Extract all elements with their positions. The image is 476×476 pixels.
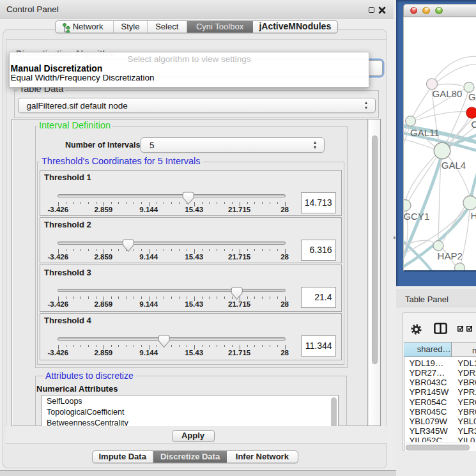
svg-text:C: C <box>471 119 476 130</box>
svg-text:GA: GA <box>468 91 476 102</box>
svg-text:GAL80: GAL80 <box>433 88 463 99</box>
svg-text:HAP2: HAP2 <box>438 250 463 261</box>
svg-text:GCY1: GCY1 <box>404 210 429 221</box>
svg-text:GAL11: GAL11 <box>410 127 440 137</box>
svg-text:H: H <box>470 210 476 221</box>
svg-text:GAL4: GAL4 <box>441 160 466 171</box>
